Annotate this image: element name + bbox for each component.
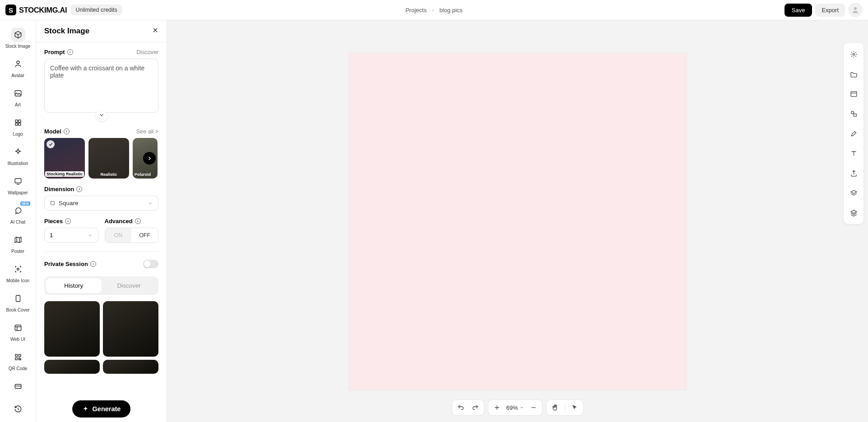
model-card-realistic[interactable]: Realistic <box>88 138 129 179</box>
history-thumbnail[interactable] <box>44 301 100 357</box>
info-icon[interactable]: i <box>90 261 96 267</box>
stack-button[interactable] <box>846 185 861 201</box>
history-thumbnail[interactable] <box>103 360 158 374</box>
info-icon[interactable]: i <box>76 186 82 192</box>
history-thumbnail[interactable] <box>103 301 158 357</box>
person-icon <box>14 60 22 68</box>
zoom-out-button[interactable] <box>529 403 538 413</box>
model-name: Stockimg Realistic <box>45 171 84 177</box>
square-icon <box>50 200 56 206</box>
svg-rect-10 <box>15 325 21 330</box>
text-button[interactable] <box>846 146 861 161</box>
see-all-models-link[interactable]: See all > <box>136 128 158 135</box>
plus-icon <box>493 404 500 411</box>
dimension-select[interactable]: Square <box>44 196 158 211</box>
nav-mobile-icon[interactable]: Mobile Icon <box>0 258 36 287</box>
generate-button[interactable]: Generate <box>72 400 131 417</box>
chat-icon <box>14 206 22 215</box>
shapes-icon <box>850 110 858 118</box>
export-button[interactable]: Export <box>815 4 845 17</box>
info-icon[interactable]: i <box>64 128 70 134</box>
brush-button[interactable] <box>846 126 861 141</box>
svg-rect-6 <box>18 123 20 125</box>
separator <box>565 404 565 412</box>
model-card-stockimg-realistic[interactable]: Stockimg Realistic <box>44 138 85 179</box>
pan-tool-button[interactable] <box>550 403 560 413</box>
advanced-off-button[interactable]: OFF <box>131 228 158 243</box>
nav-illustration[interactable]: Illustration <box>0 141 36 170</box>
svg-rect-11 <box>15 354 18 357</box>
close-button[interactable] <box>152 27 158 35</box>
upload-button[interactable] <box>846 165 861 181</box>
svg-rect-5 <box>15 123 18 125</box>
tab-discover[interactable]: Discover <box>102 278 157 293</box>
zoom-in-button[interactable] <box>492 403 501 413</box>
layers-button[interactable] <box>846 205 861 220</box>
nav-art[interactable]: Art <box>0 83 36 111</box>
panel-title: Stock Image <box>44 27 89 36</box>
expand-prompt-button[interactable] <box>44 111 158 121</box>
undo-button[interactable] <box>455 403 465 413</box>
leftnav: Stock Image Avatar Art Logo Illustration… <box>0 20 36 422</box>
breadcrumb-root[interactable]: Projects <box>405 7 427 14</box>
tab-history[interactable]: History <box>46 278 102 293</box>
nav-wallpaper[interactable]: Wallpaper <box>0 170 36 199</box>
select-tool-button[interactable] <box>570 403 580 413</box>
nav-label: QR Code <box>9 366 28 371</box>
nav-ai-chat[interactable]: NEW AI Chat <box>0 200 36 228</box>
prompt-input[interactable] <box>44 59 158 113</box>
user-avatar[interactable] <box>848 3 863 17</box>
prompt-label: Prompt i <box>44 49 73 55</box>
info-icon[interactable]: i <box>65 218 71 224</box>
folder-button[interactable] <box>846 66 861 82</box>
nav-stock-image[interactable]: Stock Image <box>0 24 36 52</box>
breadcrumb-current[interactable]: blog pics <box>440 7 463 14</box>
redo-button[interactable] <box>470 403 480 413</box>
svg-rect-14 <box>15 385 21 389</box>
nav-logo[interactable]: Logo <box>0 112 36 140</box>
logo-icon: S <box>5 5 16 15</box>
svg-rect-19 <box>854 114 856 116</box>
user-icon <box>851 6 859 14</box>
chevron-right-icon: › <box>432 7 434 14</box>
chevron-down-icon <box>88 233 93 238</box>
private-session-switch[interactable] <box>143 260 158 268</box>
save-button[interactable]: Save <box>784 4 812 17</box>
svg-rect-9 <box>16 295 20 302</box>
nav-book-cover[interactable]: Book Cover <box>0 288 36 316</box>
tablet-icon <box>14 294 22 303</box>
template-button[interactable] <box>846 86 861 101</box>
advanced-toggle: ON OFF <box>105 228 159 243</box>
canvas-area[interactable]: 69% <box>167 20 868 422</box>
nav-web-ui[interactable]: Web UI <box>0 317 36 345</box>
topbar: S STOCKIMG.AI Unlimited credits Projects… <box>0 0 868 20</box>
nav-more[interactable] <box>0 376 36 397</box>
credits-badge[interactable]: Unlimited credits <box>70 5 122 15</box>
pieces-select[interactable]: 1 <box>44 228 98 243</box>
divider <box>44 251 158 252</box>
info-icon[interactable]: i <box>135 218 141 224</box>
artboard[interactable] <box>349 53 687 390</box>
next-models-button[interactable] <box>143 152 156 165</box>
settings-button[interactable] <box>846 46 861 62</box>
cursor-icon <box>571 404 578 411</box>
nav-poster[interactable]: Poster <box>0 229 36 257</box>
hand-icon <box>552 404 559 411</box>
info-icon[interactable]: i <box>67 49 73 55</box>
shapes-button[interactable] <box>846 106 861 121</box>
zoom-level[interactable]: 69% <box>506 404 524 411</box>
model-row: Stockimg Realistic Realistic Polaroid <box>44 138 158 179</box>
layers-icon <box>850 209 858 217</box>
dimension-label: Dimension i <box>44 186 82 193</box>
model-name: Realistic <box>100 172 117 177</box>
tabs: History Discover <box>44 276 158 295</box>
nav-avatar[interactable]: Avatar <box>0 53 36 82</box>
advanced-on-button[interactable]: ON <box>105 228 132 243</box>
nav-qr-code[interactable]: QR Code <box>0 346 36 375</box>
logo-text: STOCKIMG.AI <box>19 6 67 14</box>
new-badge: NEW <box>20 202 30 206</box>
map-icon <box>14 236 22 244</box>
prompt-discover-link[interactable]: Discover <box>136 49 158 55</box>
nav-history[interactable] <box>0 398 36 420</box>
history-thumbnail[interactable] <box>44 360 100 374</box>
